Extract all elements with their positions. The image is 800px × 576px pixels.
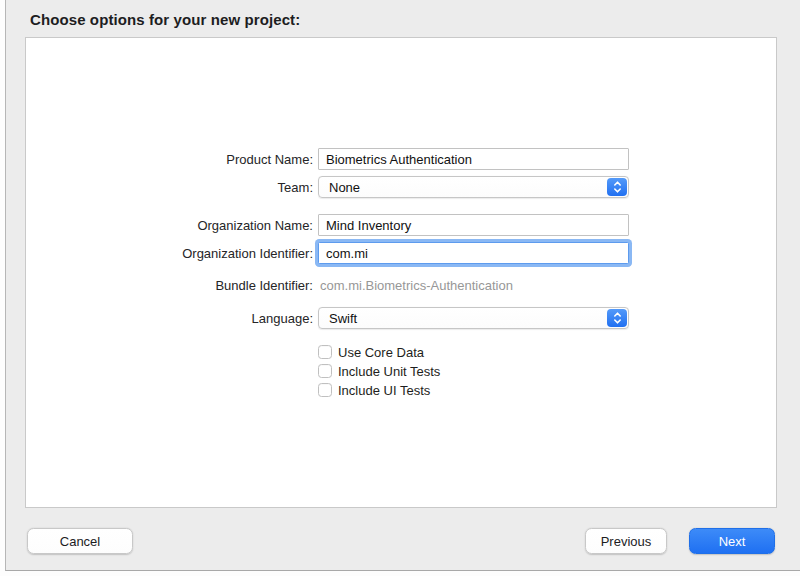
language-label: Language: — [26, 311, 313, 326]
product-name-input[interactable] — [318, 148, 629, 170]
include-unit-tests-label: Include Unit Tests — [338, 364, 440, 379]
use-core-data-label: Use Core Data — [338, 345, 424, 360]
team-label: Team: — [26, 180, 313, 195]
popup-up-down-icon — [607, 178, 627, 196]
team-row: Team: None — [26, 176, 776, 198]
bundle-identifier-row: Bundle Identifier: com.mi.Biometrics-Aut… — [26, 277, 776, 293]
language-popup[interactable]: Swift — [318, 307, 629, 329]
organization-identifier-input[interactable] — [318, 242, 629, 264]
product-name-label: Product Name: — [26, 152, 313, 167]
team-popup-value: None — [319, 180, 360, 195]
language-popup-value: Swift — [319, 311, 357, 326]
options-panel: Product Name: Team: None — [25, 37, 777, 508]
previous-button[interactable]: Previous — [585, 528, 667, 554]
use-core-data-checkbox[interactable] — [318, 345, 332, 359]
team-popup[interactable]: None — [318, 176, 629, 198]
organization-name-input[interactable] — [318, 214, 629, 236]
dialog-title: Choose options for your new project: — [30, 11, 300, 28]
dialog-surface: Choose options for your new project: Pro… — [5, 0, 800, 571]
organization-name-row: Organization Name: — [26, 214, 776, 236]
include-ui-tests-option[interactable]: Include UI Tests — [318, 382, 430, 398]
bundle-identifier-label: Bundle Identifier: — [26, 278, 313, 293]
next-button[interactable]: Next — [689, 528, 775, 554]
new-project-options-sheet: Choose options for your new project: Pro… — [0, 0, 800, 576]
include-unit-tests-checkbox[interactable] — [318, 364, 332, 378]
product-name-row: Product Name: — [26, 148, 776, 170]
bundle-identifier-value: com.mi.Biometrics-Authentication — [320, 278, 513, 293]
popup-up-down-icon — [607, 309, 627, 327]
include-unit-tests-option[interactable]: Include Unit Tests — [318, 363, 440, 379]
organization-identifier-row: Organization Identifier: — [26, 242, 776, 264]
organization-name-label: Organization Name: — [26, 218, 313, 233]
include-ui-tests-checkbox[interactable] — [318, 383, 332, 397]
language-row: Language: Swift — [26, 307, 776, 329]
organization-identifier-label: Organization Identifier: — [26, 246, 313, 261]
include-ui-tests-label: Include UI Tests — [338, 383, 430, 398]
use-core-data-option[interactable]: Use Core Data — [318, 344, 424, 360]
cancel-button[interactable]: Cancel — [27, 528, 133, 554]
